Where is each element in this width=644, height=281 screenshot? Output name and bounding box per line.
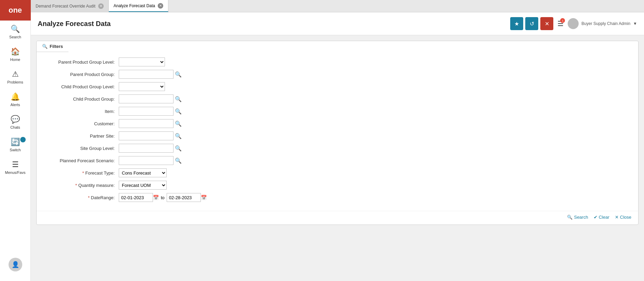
menu-icon: ☰ [12,160,19,169]
tab-analyze-forecast-close[interactable]: ✕ [158,3,163,9]
date-range-to-label: to [161,195,165,200]
parent-product-group-level-select[interactable] [119,58,165,66]
clear-link-label: Clear [599,215,609,220]
filters-tab-label: Filters [50,44,63,49]
label-date-range: * DateRange: [43,195,119,200]
app-logo[interactable]: one [0,0,31,21]
close-link[interactable]: ✕ Close [615,215,631,220]
tab-analyze-forecast-label: Analyze Forecast Data [114,3,155,8]
bell-icon: 🔔 [11,92,20,101]
calendar-end-button[interactable]: 📅 [201,195,207,200]
quantity-measure-select[interactable]: Forecast UOM Base UOM [119,181,167,190]
filters-footer: 🔍 Search ✔ Clear ✕ Close [37,211,638,225]
filter-row-partner-site: Partner Site: 🔍 [43,131,631,140]
label-child-product-group-level: Child Product Group Level: [43,84,119,89]
tab-demand-forecast[interactable]: Demand Forecast Override Audit ✕ [31,0,109,12]
item-search-btn[interactable]: 🔍 [175,108,182,115]
home-icon: 🏠 [11,47,20,56]
partner-site-search-btn[interactable]: 🔍 [175,133,182,139]
parent-product-group-search-btn[interactable]: 🔍 [175,71,182,78]
filter-row-site-group-level: Site Group Level: 🔍 [43,144,631,153]
sidebar-item-problems-label: Problems [7,80,23,84]
sidebar-item-home[interactable]: 🏠 Home [0,43,30,66]
site-group-level-search-btn[interactable]: 🔍 [175,145,182,152]
star-button[interactable]: ★ [510,17,523,30]
required-star-date: * [88,195,91,200]
label-child-product-group: Child Product Group: [43,97,119,102]
customer-search-btn[interactable]: 🔍 [175,120,182,127]
sidebar-item-search[interactable]: 🔍 Search [0,21,30,43]
label-item: Item: [43,109,119,114]
filters-body: Parent Product Group Level: Parent Produ… [37,52,638,211]
sidebar-item-menus[interactable]: ☰ Menus/Favs [0,156,30,179]
forecast-type-select[interactable]: Cons Forecast Demand Forecast [119,168,167,177]
close-link-icon: ✕ [615,215,619,220]
sidebar: one 🔍 Search 🏠 Home ⚠ Problems 🔔 Alerts … [0,0,31,281]
sidebar-item-alerts-label: Alerts [10,103,20,107]
date-range-start-input[interactable] [119,193,153,202]
sidebar-item-chats[interactable]: 💬 Chats [0,111,30,133]
label-customer: Customer: [43,121,119,126]
sidebar-item-chats-label: Chats [10,125,20,129]
user-avatar-small: 👤 [9,258,22,271]
filter-row-customer: Customer: 🔍 [43,119,631,128]
user-avatar [568,18,579,29]
filter-row-date-range: * DateRange: 📅 to 📅 [43,193,631,202]
user-section: Buyer Supply Chain Admin ▼ [568,18,637,29]
search-link-label: Search [574,215,588,220]
planned-forecast-scenario-input[interactable] [119,156,173,165]
refresh-button[interactable]: ↺ [525,17,538,30]
filters-panel: 🔍 Filters Parent Product Group Level: Pa… [36,41,639,225]
planned-forecast-scenario-search-btn[interactable]: 🔍 [175,157,182,164]
sidebar-item-problems[interactable]: ⚠ Problems [0,66,30,88]
item-input[interactable] [119,107,173,116]
tab-demand-forecast-close[interactable]: ✕ [98,3,104,9]
sidebar-item-menus-label: Menus/Favs [5,170,26,175]
clear-link-icon: ✔ [594,215,597,220]
calendar-start-button[interactable]: 📅 [153,195,159,200]
filter-row-forecast-type: * Forecast Type: Cons Forecast Demand Fo… [43,168,631,177]
customer-input[interactable] [119,119,173,128]
sidebar-item-home-label: Home [10,58,20,62]
hamburger-menu-button[interactable]: ☰ 1 [557,20,564,28]
warning-icon: ⚠ [12,70,19,79]
filters-tab[interactable]: 🔍 Filters [37,41,68,52]
label-forecast-type: * Forecast Type: [43,170,119,176]
close-page-button[interactable]: ✕ [540,17,553,30]
label-partner-site: Partner Site: [43,133,119,139]
required-star-forecast-type: * [82,170,86,176]
tab-demand-forecast-label: Demand Forecast Override Audit [36,4,95,9]
child-product-group-search-btn[interactable]: 🔍 [175,96,182,102]
main-area: Demand Forecast Override Audit ✕ Analyze… [31,0,644,281]
close-link-label: Close [620,215,631,220]
search-link[interactable]: 🔍 Search [567,215,588,220]
sidebar-item-search-label: Search [9,35,21,39]
page-title: Analyze Forecast Data [38,20,111,28]
sidebar-item-avatar[interactable]: 👤 [0,251,30,278]
filter-row-quantity-measure: * Quantity measure: Forecast UOM Base UO… [43,181,631,190]
sidebar-item-switch-label: Switch [10,148,21,152]
partner-site-input[interactable] [119,131,173,140]
filter-row-child-product-group: Child Product Group: 🔍 [43,94,631,103]
filter-row-item: Item: 🔍 [43,107,631,116]
clear-link[interactable]: ✔ Clear [594,215,609,220]
menu-notification-badge: 1 [560,18,565,23]
filter-row-planned-forecast-scenario: Planned Forecast Scenario: 🔍 [43,156,631,165]
page-header: Analyze Forecast Data ★ ↺ ✕ ☰ 1 Buyer Su… [31,12,644,35]
chat-icon: 💬 [11,115,20,124]
site-group-level-input[interactable] [119,144,173,153]
required-star-quantity: * [75,183,78,188]
switch-icon: 🔄 [11,138,20,146]
user-dropdown-chevron[interactable]: ▼ [633,21,637,26]
sidebar-item-alerts[interactable]: 🔔 Alerts [0,88,30,111]
child-product-group-level-select[interactable] [119,82,165,91]
tab-analyze-forecast[interactable]: Analyze Forecast Data ✕ [109,0,168,12]
sidebar-item-switch[interactable]: 🔄 Switch [0,133,30,156]
child-product-group-input[interactable] [119,94,173,103]
label-parent-product-group-level: Parent Product Group Level: [43,60,119,65]
filter-icon: 🔍 [42,44,48,49]
content-area: 🔍 Filters Parent Product Group Level: Pa… [31,35,644,281]
parent-product-group-input[interactable] [119,70,173,79]
date-range-end-input[interactable] [167,193,201,202]
label-site-group-level: Site Group Level: [43,146,119,151]
